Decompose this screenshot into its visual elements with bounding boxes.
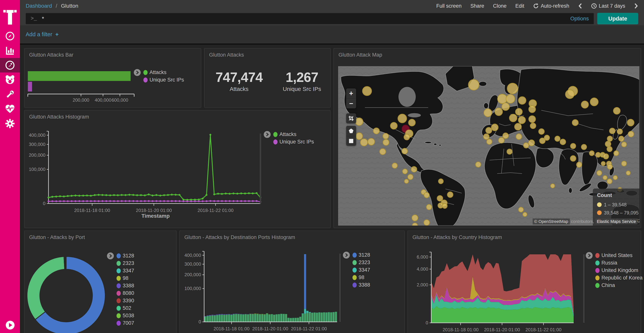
auto-refresh-button[interactable]: Auto-refresh bbox=[533, 3, 569, 9]
time-back-button[interactable] bbox=[578, 3, 582, 9]
svg-text:2018-11-22 01:00: 2018-11-22 01:00 bbox=[526, 327, 562, 332]
legend-item[interactable]: 3388 bbox=[116, 282, 134, 289]
breadcrumb-dashboard-link[interactable]: Dashboard bbox=[26, 3, 52, 9]
svg-text:100,000: 100,000 bbox=[184, 286, 201, 291]
sidebar-expand-button[interactable] bbox=[6, 321, 14, 329]
legend-item[interactable]: 2323 bbox=[352, 259, 370, 266]
share-button[interactable]: Share bbox=[470, 3, 484, 9]
svg-text:400,000: 400,000 bbox=[184, 253, 201, 258]
legend-item[interactable]: 3388 bbox=[352, 281, 370, 289]
svg-text:0: 0 bbox=[198, 319, 201, 324]
legend-dot-icon bbox=[352, 268, 357, 272]
add-filter-button[interactable]: Add a filter + bbox=[26, 31, 59, 38]
panel-dest-ports-histogram: Glutton - Attacks by Destination Ports H… bbox=[180, 231, 404, 333]
zoom-in-button[interactable]: + bbox=[346, 88, 356, 98]
world-map[interactable]: + − Count 1 – 39,54839,548 – 79,09579,0 bbox=[338, 66, 640, 226]
time-forward-button[interactable] bbox=[634, 3, 638, 9]
legend-dot-icon bbox=[116, 268, 121, 273]
legend-label: 98 bbox=[358, 274, 364, 280]
legend-item[interactable]: Unique Src IPs bbox=[273, 138, 314, 146]
legend-dot-icon bbox=[116, 276, 121, 281]
polygon-icon[interactable] bbox=[346, 126, 356, 136]
legend-item[interactable]: 3347 bbox=[352, 266, 370, 274]
legend-label: 5038 bbox=[123, 313, 134, 318]
ems-attribution[interactable]: Elastic Maps Service bbox=[595, 218, 638, 224]
zoom-out-button[interactable]: − bbox=[346, 98, 356, 108]
time-range-label: Last 7 days bbox=[599, 3, 625, 9]
gauge-icon bbox=[5, 60, 15, 70]
panel-title: Glutton Attacks Bar bbox=[29, 52, 74, 58]
legend-label: 3390 bbox=[123, 298, 134, 304]
legend-chevron-button[interactable] bbox=[264, 131, 271, 138]
legend-item[interactable]: Unique Src IPs bbox=[143, 76, 184, 84]
legend-item[interactable]: Republic of Korea bbox=[595, 274, 643, 282]
sidebar-item-honeypot[interactable] bbox=[0, 73, 20, 87]
x-axis-label: Timestamp bbox=[142, 213, 170, 219]
legend: AttacksUnique Src IPs bbox=[264, 131, 314, 146]
legend-item[interactable]: 98 bbox=[352, 274, 370, 281]
clock-icon bbox=[591, 3, 597, 9]
legend-scrollbar[interactable] bbox=[260, 134, 261, 203]
legend-scrollbar[interactable] bbox=[583, 254, 584, 323]
sidebar-item-visualize[interactable] bbox=[0, 43, 20, 58]
sidebar-item-monitoring[interactable] bbox=[0, 102, 20, 116]
panel-title: Glutton Attacks bbox=[209, 52, 244, 58]
sidebar-item-dashboard[interactable] bbox=[0, 58, 20, 73]
clone-button[interactable]: Clone bbox=[493, 3, 506, 9]
crop-icon[interactable] bbox=[346, 113, 356, 123]
sidebar-item-management[interactable] bbox=[0, 116, 20, 131]
telekom-logo[interactable] bbox=[0, 0, 20, 29]
legend-item[interactable]: 5038 bbox=[116, 312, 134, 319]
legend-scrollbar[interactable] bbox=[339, 254, 341, 322]
legend-item[interactable]: United States bbox=[595, 252, 643, 259]
topbar-menu: Full screen Share Clone Edit Auto-refres… bbox=[436, 3, 638, 9]
legend-dot-icon bbox=[116, 261, 121, 266]
legend-item[interactable]: 7007 bbox=[116, 319, 134, 327]
full-screen-button[interactable]: Full screen bbox=[436, 3, 462, 9]
edit-button[interactable]: Edit bbox=[516, 3, 524, 9]
legend-dot-icon bbox=[595, 268, 600, 273]
legend-chevron-button[interactable] bbox=[107, 252, 114, 259]
svg-text:2018-11-18 01:00: 2018-11-18 01:00 bbox=[74, 208, 110, 213]
legend-chevron-button[interactable] bbox=[343, 252, 350, 259]
panel-attacks-bar: Glutton Attacks Bar 200,000400,000600,00… bbox=[24, 48, 201, 108]
play-icon bbox=[9, 323, 12, 327]
legend-item[interactable]: 3128 bbox=[116, 252, 134, 259]
legend-item[interactable]: 98 bbox=[116, 274, 134, 282]
map-attribution: © OpenStreetMap contributors, Elastic Ma… bbox=[533, 219, 638, 224]
compass-icon bbox=[5, 31, 15, 41]
metric-value: 747,474 bbox=[204, 70, 274, 85]
sidebar-item-discover[interactable] bbox=[0, 29, 20, 43]
map-legend-dot-icon bbox=[597, 202, 602, 207]
options-link[interactable]: Options bbox=[570, 16, 589, 22]
legend-item[interactable]: 502 bbox=[116, 304, 134, 312]
metric-label: Attacks bbox=[204, 86, 274, 92]
update-button[interactable]: Update bbox=[597, 13, 638, 24]
sidebar-item-dev-tools[interactable] bbox=[0, 87, 20, 102]
legend-item[interactable]: Attacks bbox=[143, 69, 184, 76]
legend-item[interactable]: China bbox=[595, 282, 643, 289]
legend-item[interactable]: United Kingdom bbox=[595, 267, 643, 274]
metric-value: 1,267 bbox=[274, 70, 330, 85]
legend-item[interactable]: 8080 bbox=[116, 289, 134, 297]
legend-item[interactable]: 3347 bbox=[116, 267, 134, 274]
legend-item[interactable]: 2323 bbox=[116, 259, 134, 267]
telekom-logo-dot-right bbox=[14, 10, 17, 13]
legend-label: 3388 bbox=[358, 282, 370, 288]
legend-chevron-button[interactable] bbox=[586, 252, 593, 259]
search-input[interactable]: >_ * Options bbox=[26, 13, 594, 24]
legend-item[interactable]: Russia bbox=[595, 259, 643, 267]
legend-item[interactable]: 3390 bbox=[116, 297, 134, 304]
panel-title: Glutton Attack Map bbox=[338, 52, 382, 58]
svg-text:2018-11-22 01:00: 2018-11-22 01:00 bbox=[291, 326, 327, 331]
time-picker-button[interactable]: Last 7 days bbox=[591, 3, 625, 9]
legend-chevron-button[interactable] bbox=[134, 69, 141, 76]
legend-item[interactable]: 3128 bbox=[352, 251, 370, 259]
legend-item[interactable]: Attacks bbox=[273, 131, 314, 138]
legend-dot-icon bbox=[273, 132, 278, 137]
legend-label: Republic of Korea bbox=[602, 275, 643, 281]
legend: United StatesRussiaUnited KingdomRepubli… bbox=[586, 252, 643, 289]
osm-attribution[interactable]: © OpenStreetMap bbox=[533, 218, 570, 224]
rectangle-icon[interactable] bbox=[346, 136, 356, 146]
panel-country-histogram: Glutton - Attacks by Country Histogram 0… bbox=[408, 231, 641, 333]
